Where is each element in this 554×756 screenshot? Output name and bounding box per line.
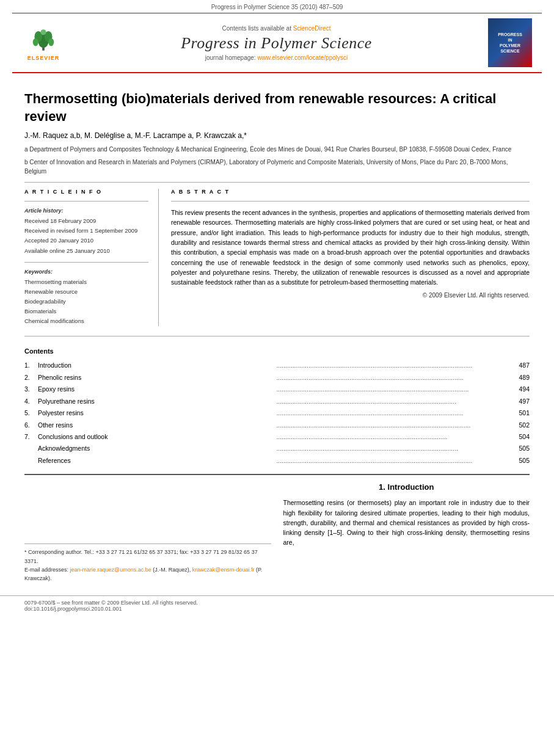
elsevier-tree-icon	[28, 24, 59, 55]
keywords-list: Thermosetting materials Renewable resour…	[24, 277, 148, 327]
journal-homepage: journal homepage: www.elsevier.com/locat…	[65, 54, 488, 61]
pps-logo: PROGRESSINPOLYMERSCIENCE	[488, 18, 532, 67]
toc-item-5: 5. Polyester resins ....................…	[24, 407, 530, 419]
intro-paragraph: Thermosetting resins (or thermosets) pla…	[283, 498, 530, 547]
contents-section: Contents 1. Introduction ...............…	[24, 347, 530, 467]
intro-right-col: 1. Introduction Thermosetting resins (or…	[283, 482, 530, 583]
svg-point-5	[48, 38, 54, 46]
journal-reference: Progress in Polymer Science 35 (2010) 48…	[0, 0, 554, 13]
toc-item-4: 4. Polyurethane resins .................…	[24, 396, 530, 407]
toc-end-divider	[24, 474, 530, 475]
footnote-area: * Corresponding author. Tel.: +33 3 27 7…	[24, 543, 271, 583]
toc-item-7: 7. Conclusions and outlook .............…	[24, 431, 530, 443]
email-footnote: E-mail addresses: jean-marie.raquez@umon…	[24, 565, 271, 583]
content-divider	[24, 336, 530, 336]
abstract-divider	[171, 201, 530, 202]
intro-section: * Corresponding author. Tel.: +33 3 27 7…	[24, 482, 530, 583]
journal-header: ELSEVIER Contents lists available at Sci…	[12, 13, 542, 73]
affiliation-b: b Center of Innovation and Research in M…	[24, 158, 530, 176]
abstract-text: This review presents the recent advances…	[171, 208, 530, 287]
doi-text: doi:10.1016/j.progpolymsci.2010.01.001	[24, 606, 122, 612]
affiliation-a: a Department of Polymers and Composites …	[24, 145, 530, 154]
main-content: Thermosetting (bio)materials derived fro…	[0, 73, 554, 589]
contents-title: Contents	[24, 347, 530, 355]
elsevier-logo: ELSEVIER	[22, 24, 65, 61]
issn-text: 0079-6700/$ – see front matter © 2009 El…	[24, 600, 198, 606]
article-info-abstract: A R T I C L E I N F O Article history: R…	[24, 189, 530, 326]
toc-item-ack: Acknowledgments ........................…	[24, 443, 530, 454]
svg-point-6	[40, 29, 46, 35]
article-info-label: A R T I C L E I N F O	[24, 189, 148, 195]
toc-item-3: 3. Epoxy resins ........................…	[24, 383, 530, 395]
corresponding-author-footnote: * Corresponding author. Tel.: +33 3 27 7…	[24, 548, 271, 565]
toc-item-1: 1. Introduction ........................…	[24, 360, 530, 371]
toc-item-2: 2. Phenolic resins .....................…	[24, 372, 530, 383]
sciencedirect-link: Contents lists available at ScienceDirec…	[65, 25, 488, 32]
received-date: Received 18 February 2009 Received in re…	[24, 216, 148, 256]
bottom-bar: 0079-6700/$ – see front matter © 2009 El…	[0, 595, 554, 616]
journal-title: Progress in Polymer Science	[65, 34, 488, 53]
abstract-col: A B S T R A C T This review presents the…	[171, 189, 530, 326]
intro-heading: 1. Introduction	[283, 482, 530, 492]
copyright-line: © 2009 Elsevier Ltd. All rights reserved…	[171, 292, 530, 299]
authors-line: J.-M. Raquez a,b, M. Deléglise a, M.-F. …	[24, 131, 530, 140]
article-title: Thermosetting (bio)materials derived fro…	[24, 90, 530, 125]
svg-point-4	[33, 38, 38, 46]
history-label: Article history:	[24, 208, 148, 214]
toc-item-ref: References .............................…	[24, 455, 530, 467]
toc-item-6: 6. Other resins ........................…	[24, 420, 530, 431]
pps-logo-text: PROGRESSINPOLYMERSCIENCE	[498, 32, 522, 54]
info-divider	[24, 201, 148, 202]
affiliation-divider	[24, 182, 530, 183]
article-info-col: A R T I C L E I N F O Article history: R…	[24, 189, 159, 326]
journal-title-block: Contents lists available at ScienceDirec…	[65, 25, 488, 61]
elsevier-label: ELSEVIER	[27, 55, 60, 61]
intro-left-spacer: * Corresponding author. Tel.: +33 3 27 7…	[24, 482, 271, 583]
keywords-label: Keywords:	[24, 269, 148, 275]
abstract-label: A B S T R A C T	[171, 189, 530, 195]
keywords-divider	[24, 262, 148, 263]
